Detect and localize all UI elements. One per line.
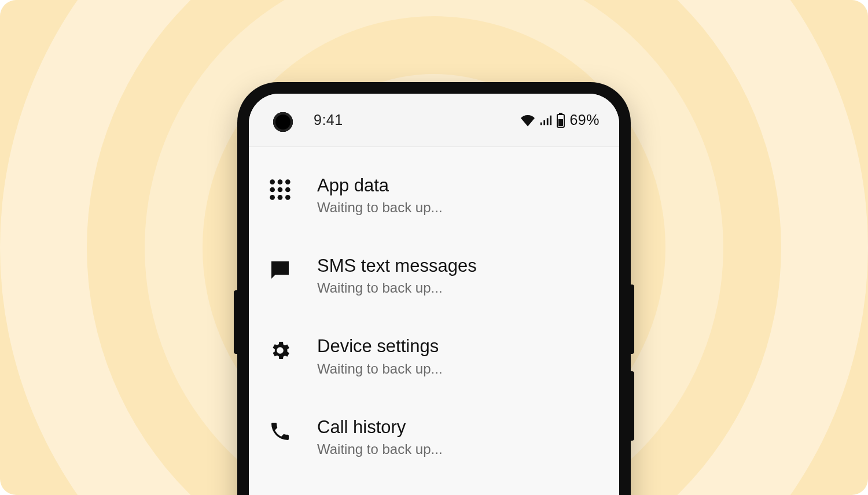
svg-point-8 — [278, 179, 283, 184]
list-item-call-history[interactable]: Call history Waiting to back up... — [249, 401, 619, 482]
list-item-subtitle: Waiting to back up... — [317, 200, 602, 216]
phone-frame: 9:41 — [237, 82, 631, 495]
list-item-title: SMS text messages — [317, 255, 602, 276]
svg-point-9 — [285, 179, 290, 184]
svg-point-10 — [270, 187, 275, 193]
svg-rect-6 — [558, 119, 563, 126]
svg-point-14 — [278, 195, 283, 200]
svg-point-13 — [270, 195, 275, 200]
gear-icon — [269, 335, 310, 362]
list-item-title: Call history — [317, 416, 602, 438]
phone-volume-down — [631, 371, 634, 441]
status-time: 9:41 — [314, 112, 343, 128]
backup-list: App data Waiting to back up... SMS text … — [249, 147, 619, 495]
list-item-subtitle: Waiting to back up... — [317, 280, 602, 296]
svg-point-15 — [285, 195, 290, 200]
status-icons: 69% — [521, 112, 599, 128]
list-item-sms[interactable]: SMS text messages Waiting to back up... — [249, 240, 619, 320]
list-item-device-settings[interactable]: Device settings Waiting to back up... — [249, 320, 619, 401]
svg-point-7 — [270, 179, 275, 184]
list-item-title: App data — [317, 175, 602, 196]
apps-grid-icon — [269, 175, 310, 201]
punch-hole-camera — [273, 112, 293, 132]
svg-rect-3 — [550, 115, 552, 125]
svg-rect-1 — [544, 120, 546, 125]
svg-point-11 — [278, 187, 283, 193]
list-item-subtitle: Waiting to back up... — [317, 361, 602, 377]
list-item-app-data[interactable]: App data Waiting to back up... — [249, 160, 619, 240]
list-item-subtitle: Waiting to back up... — [317, 441, 602, 457]
svg-rect-2 — [547, 118, 549, 125]
status-bar: 9:41 — [249, 94, 619, 147]
phone-icon — [269, 416, 310, 443]
hero-stage: 9:41 — [0, 0, 868, 495]
phone-screen: 9:41 — [249, 94, 619, 495]
svg-rect-0 — [540, 122, 542, 125]
wifi-icon — [521, 113, 535, 127]
battery-icon — [557, 113, 565, 128]
battery-percent: 69% — [569, 112, 599, 128]
list-item-title: Device settings — [317, 335, 602, 357]
message-icon — [269, 255, 310, 282]
svg-point-12 — [285, 187, 290, 193]
cellular-signal-icon — [539, 114, 552, 127]
phone-volume-up — [631, 285, 634, 354]
phone-power-button — [234, 290, 237, 354]
